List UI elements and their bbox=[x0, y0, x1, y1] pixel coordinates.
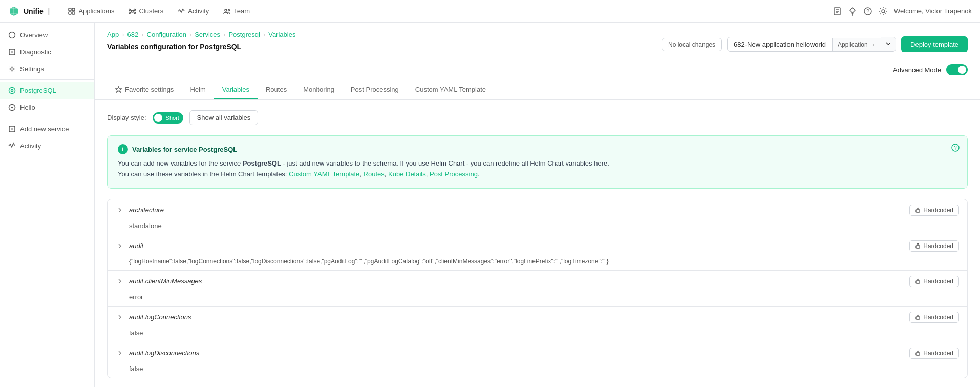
tab-variables-label: Variables bbox=[222, 86, 249, 93]
hardcoded-badge: Hardcoded bbox=[909, 205, 959, 216]
var-value-audit-clientminmessages: error bbox=[108, 292, 967, 306]
var-row-architecture[interactable]: architecture Hardcoded bbox=[108, 199, 967, 221]
svg-point-22 bbox=[882, 10, 885, 13]
nav-applications[interactable]: Applications bbox=[62, 4, 120, 18]
var-row-audit[interactable]: audit Hardcoded bbox=[108, 235, 967, 257]
brand-name: Unifie bbox=[24, 7, 44, 15]
sidebar-postgresql-label: PostgreSQL bbox=[20, 87, 56, 94]
hardcoded-badge: Hardcoded bbox=[909, 276, 959, 287]
gear-icon bbox=[8, 65, 16, 73]
svg-rect-39 bbox=[916, 246, 920, 248]
cluster-icon bbox=[129, 8, 136, 15]
svg-text:?: ? bbox=[954, 145, 957, 151]
app-selector-chevron[interactable] bbox=[881, 37, 896, 51]
book-icon[interactable] bbox=[833, 7, 842, 16]
nav-clusters-label: Clusters bbox=[139, 7, 163, 15]
deploy-template-button[interactable]: Deploy template bbox=[901, 36, 968, 52]
content: App › 682 › Configuration › Services › P… bbox=[95, 23, 980, 387]
breadcrumb-services[interactable]: Services bbox=[195, 31, 220, 38]
svg-point-29 bbox=[11, 90, 13, 92]
nav-clusters[interactable]: Clusters bbox=[122, 4, 169, 18]
add-icon bbox=[8, 125, 16, 133]
svg-text:?: ? bbox=[866, 9, 869, 14]
tab-favorite[interactable]: Favorite settings bbox=[107, 80, 182, 99]
lock-icon bbox=[915, 207, 921, 213]
chevron-right-icon bbox=[116, 242, 124, 250]
chevron-down-icon bbox=[885, 40, 891, 47]
sidebar-item-add-new-service[interactable]: Add new service bbox=[0, 120, 94, 137]
info-link-routes[interactable]: Routes bbox=[364, 170, 385, 178]
var-row-audit-logconnections[interactable]: audit.logConnections Hardcoded bbox=[108, 307, 967, 328]
help-icon[interactable]: ? bbox=[863, 7, 872, 16]
chevron-right-icon bbox=[116, 313, 124, 321]
pin-icon[interactable] bbox=[848, 7, 857, 16]
table-row: audit.logDisconnections Hardcoded false bbox=[108, 342, 967, 378]
sidebar-item-settings[interactable]: Settings bbox=[0, 60, 94, 77]
var-name-architecture: architecture bbox=[129, 206, 909, 214]
main-layout: Overview Diagnostic Settings PostgreSQL … bbox=[0, 23, 980, 387]
svg-rect-42 bbox=[916, 353, 920, 355]
sidebar-item-activity[interactable]: Activity bbox=[0, 137, 94, 154]
app-selector-name: 682-New application helloworld bbox=[728, 37, 832, 51]
toggle-label: Short bbox=[166, 115, 179, 121]
var-row-audit-logdisconnections[interactable]: audit.logDisconnections Hardcoded bbox=[108, 342, 967, 364]
var-value-architecture: standalone bbox=[108, 221, 967, 235]
table-row: audit Hardcoded {"logHostname":false,"lo… bbox=[108, 235, 967, 271]
tab-monitoring[interactable]: Monitoring bbox=[295, 80, 343, 99]
sidebar-diagnostic-label: Diagnostic bbox=[20, 48, 51, 56]
breadcrumb-current: Variables bbox=[268, 31, 295, 38]
tabs: Favorite settings Helm Variables Routes … bbox=[107, 80, 968, 99]
svg-marker-35 bbox=[116, 87, 122, 92]
svg-point-8 bbox=[134, 12, 136, 13]
sidebar-item-postgresql[interactable]: PostgreSQL bbox=[0, 82, 94, 99]
advanced-mode-label: Advanced Mode bbox=[893, 66, 941, 74]
app-selector[interactable]: 682-New application helloworld Applicati… bbox=[727, 37, 896, 52]
breadcrumb-postgresql[interactable]: Postgresql bbox=[228, 31, 260, 38]
sidebar-item-hello[interactable]: Hello bbox=[0, 99, 94, 116]
tab-custom-yaml[interactable]: Custom YAML Template bbox=[407, 80, 494, 99]
breadcrumb-app[interactable]: App bbox=[107, 31, 119, 38]
topbar: Unifie | Applications Clusters Activity … bbox=[0, 0, 980, 23]
page-title: Variables configuration for PostgreSQL bbox=[107, 43, 295, 51]
sidebar-item-overview[interactable]: Overview bbox=[0, 27, 94, 44]
breadcrumb-682[interactable]: 682 bbox=[127, 31, 138, 38]
var-value-audit-logdisconnections: false bbox=[108, 364, 967, 378]
diagnostic-icon bbox=[8, 48, 16, 56]
chevron-right-icon bbox=[116, 277, 124, 286]
settings-icon[interactable] bbox=[879, 7, 888, 16]
var-name-audit-logdisconnections: audit.logDisconnections bbox=[129, 349, 909, 357]
breadcrumb-configuration[interactable]: Configuration bbox=[147, 31, 186, 38]
tab-routes[interactable]: Routes bbox=[258, 80, 295, 99]
hardcoded-badge: Hardcoded bbox=[909, 240, 959, 252]
var-row-audit-clientminmessages[interactable]: audit.clientMinMessages Hardcoded bbox=[108, 271, 967, 292]
tab-post-processing[interactable]: Post Processing bbox=[343, 80, 407, 99]
tab-post-processing-label: Post Processing bbox=[351, 86, 399, 93]
no-local-changes-badge: No local changes bbox=[662, 38, 722, 51]
tab-helm[interactable]: Helm bbox=[182, 80, 214, 99]
content-header: App › 682 › Configuration › Services › P… bbox=[95, 23, 980, 100]
table-row: architecture Hardcoded standalone bbox=[108, 199, 967, 235]
display-style-toggle[interactable]: Short bbox=[153, 112, 183, 124]
tab-favorite-label: Favorite settings bbox=[125, 86, 174, 93]
advanced-toggle-knob bbox=[958, 66, 966, 74]
advanced-mode-toggle[interactable] bbox=[946, 64, 968, 75]
nav-team[interactable]: Team bbox=[217, 4, 256, 18]
info-link-kube-details[interactable]: Kube Details bbox=[388, 170, 426, 178]
show-all-variables-button[interactable]: Show all variables bbox=[189, 110, 259, 125]
info-link-custom-yaml[interactable]: Custom YAML Template bbox=[289, 170, 359, 178]
var-name-audit: audit bbox=[129, 242, 909, 250]
sidebar-item-diagnostic[interactable]: Diagnostic bbox=[0, 44, 94, 60]
info-help-icon[interactable]: ? bbox=[951, 143, 960, 152]
svg-rect-2 bbox=[69, 12, 71, 14]
nav-activity[interactable]: Activity bbox=[172, 4, 215, 18]
hardcoded-badge: Hardcoded bbox=[909, 348, 959, 359]
info-link-post-processing[interactable]: Post Processing bbox=[430, 170, 478, 178]
activity-icon bbox=[178, 8, 185, 15]
breadcrumb: App › 682 › Configuration › Services › P… bbox=[107, 31, 295, 38]
svg-rect-3 bbox=[72, 12, 75, 14]
svg-point-27 bbox=[11, 68, 13, 70]
tab-variables[interactable]: Variables bbox=[214, 80, 258, 99]
app-selector-type: Application → bbox=[832, 38, 881, 51]
svg-point-28 bbox=[9, 88, 15, 94]
var-value-audit-logconnections: false bbox=[108, 328, 967, 342]
